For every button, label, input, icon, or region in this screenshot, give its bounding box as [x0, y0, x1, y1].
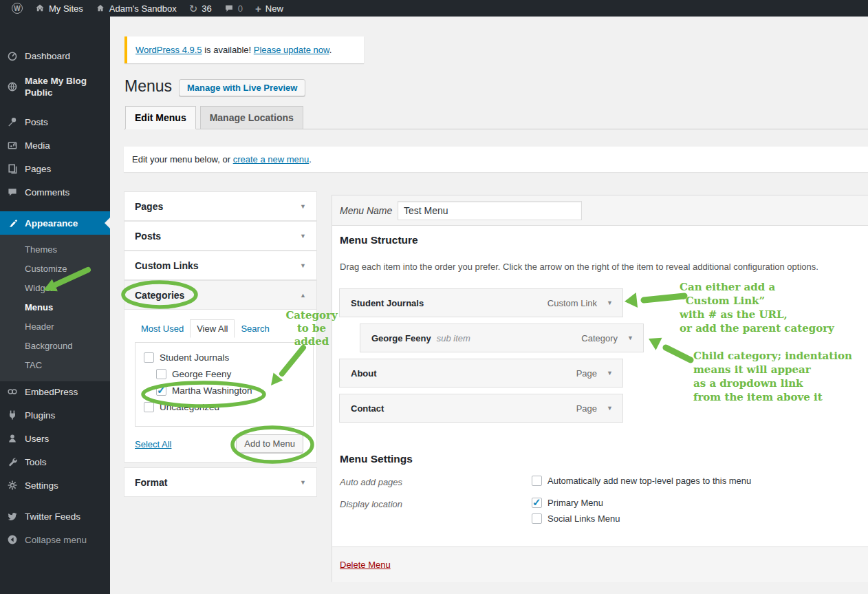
plug-icon	[7, 410, 18, 421]
submenu-item-themes[interactable]: Themes	[0, 240, 110, 259]
categories-tabs: Most Used View All Search	[135, 319, 276, 337]
sidebar-item-posts[interactable]: Posts	[0, 110, 110, 134]
sidebar-item-twitter-feeds[interactable]: Twitter Feeds	[0, 505, 110, 528]
sidebar-label: Settings	[25, 480, 58, 491]
sidebar-item-media[interactable]: Media	[0, 134, 110, 157]
chevron-down-icon[interactable]: ▼	[607, 370, 613, 376]
sidebar-item-appearance[interactable]: Appearance	[0, 211, 110, 235]
media-icon	[7, 140, 18, 151]
sidebar-label: Posts	[25, 117, 48, 127]
checkbox[interactable]	[532, 476, 542, 486]
sidebar-item-embedpress[interactable]: EmbedPress	[0, 380, 110, 403]
menu-item-type: Page	[576, 368, 597, 379]
menu-item-contact[interactable]: Contact Page ▼	[339, 394, 623, 423]
checkbox[interactable]	[144, 402, 154, 412]
sidebar-item-comments[interactable]: Comments	[0, 180, 110, 204]
wordpress-logo-menu[interactable]: W	[6, 0, 29, 17]
sidebar-item-collapse-menu[interactable]: Collapse menu	[0, 528, 110, 551]
sidebar-label: EmbedPress	[25, 387, 78, 397]
tab-view-all[interactable]: View All	[190, 319, 235, 338]
accordion-format[interactable]: Format ▼	[124, 467, 317, 497]
submenu-item-tac[interactable]: TAC	[0, 356, 110, 375]
sidebar-item-settings[interactable]: Settings	[0, 474, 110, 497]
editor-footer: Delete Menu	[332, 547, 868, 582]
active-menu-arrow	[105, 218, 110, 229]
page-title: Menus	[124, 77, 172, 96]
menu-name-input[interactable]	[398, 201, 582, 220]
menu-item-type: Page	[576, 403, 597, 414]
manage-live-preview-button[interactable]: Manage with Live Preview	[179, 79, 305, 96]
menu-name-row: Menu Name	[332, 195, 868, 226]
wordpress-version-link[interactable]: WordPress 4.9.5	[135, 45, 202, 55]
sidebar-item-pages[interactable]: Pages	[0, 157, 110, 180]
notice-text: is available!	[202, 45, 254, 55]
pushpin-icon	[7, 116, 18, 127]
updates-menu[interactable]: ↻ 36	[183, 0, 218, 17]
comments-bubble-icon	[224, 3, 234, 13]
chevron-down-icon: ▼	[300, 233, 306, 240]
menu-editor-panel: Menu Name Menu Structure Drag each item …	[332, 195, 868, 582]
paintbrush-icon	[7, 218, 18, 229]
accordion-custom-links[interactable]: Custom Links ▼	[124, 251, 317, 280]
comment-icon	[7, 187, 18, 198]
sidebar-item-tools[interactable]: Tools	[0, 450, 110, 474]
accordion-pages[interactable]: Pages ▼	[124, 191, 317, 221]
select-all-link[interactable]: Select All	[135, 439, 171, 449]
chevron-down-icon[interactable]: ▼	[607, 405, 613, 412]
current-site-menu[interactable]: Adam's Sandbox	[89, 0, 183, 17]
tab-search[interactable]: Search	[235, 320, 275, 337]
dashboard-gauge-icon	[7, 50, 18, 61]
submenu-item-widgets[interactable]: Widgets	[0, 279, 110, 298]
update-notice: WordPress 4.9.5 is available! Please upd…	[124, 36, 364, 63]
appearance-submenu: Themes Customize Widgets Menus Header Ba…	[0, 235, 110, 381]
update-icon: ↻	[189, 3, 198, 14]
checkbox[interactable]	[156, 385, 166, 396]
submenu-item-background[interactable]: Background	[0, 337, 110, 356]
my-sites-menu[interactable]: My Sites	[29, 0, 89, 17]
menu-item-student-journals[interactable]: Student Journals Custom Link ▼	[339, 288, 623, 317]
pages-icon	[7, 163, 18, 174]
checkbox[interactable]	[532, 498, 542, 508]
accordion-posts[interactable]: Posts ▼	[124, 221, 317, 251]
create-new-menu-link[interactable]: create a new menu	[233, 154, 310, 165]
submenu-item-menus[interactable]: Menus	[0, 298, 110, 317]
checkbox[interactable]	[156, 369, 166, 379]
categories-panel: Most Used View All Search Student Journa…	[124, 310, 317, 463]
submenu-item-customize[interactable]: Customize	[0, 259, 110, 279]
please-update-link[interactable]: Please update now	[254, 45, 329, 55]
category-row-uncategorized: Uncategorized	[135, 399, 313, 415]
chevron-down-icon[interactable]: ▼	[627, 335, 633, 341]
collapse-arrow-icon	[7, 534, 18, 545]
comment-count: 0	[238, 3, 243, 14]
submenu-item-header[interactable]: Header	[0, 317, 110, 337]
sidebar-item-dashboard[interactable]: Dashboard	[0, 44, 110, 67]
sidebar-label: Pages	[25, 164, 51, 174]
sidebar-label: Dashboard	[25, 51, 70, 61]
menu-item-about[interactable]: About Page ▼	[339, 359, 623, 388]
tab-edit-menus[interactable]: Edit Menus	[125, 106, 196, 129]
sidebar-item-make-my-blog-public[interactable]: Make My Blog Public	[0, 70, 110, 103]
menu-item-type: Custom Link	[547, 298, 597, 308]
sidebar-label: Twitter Feeds	[25, 511, 80, 522]
admin-sidebar: Dashboard Make My Blog Public Posts Medi…	[0, 17, 110, 594]
menu-item-type: Category	[581, 333, 618, 343]
chevron-down-icon[interactable]: ▼	[607, 299, 613, 306]
sidebar-item-plugins[interactable]: Plugins	[0, 403, 110, 427]
comments-menu[interactable]: 0	[218, 0, 249, 17]
menu-settings-heading: Menu Settings	[340, 453, 413, 465]
checkbox[interactable]	[532, 513, 542, 524]
category-row-martha-washington: Martha Washington	[135, 382, 313, 399]
tab-most-used[interactable]: Most Used	[135, 320, 190, 337]
checkbox[interactable]	[144, 352, 154, 363]
sidebar-item-users[interactable]: Users	[0, 427, 110, 450]
sub-item-note: sub item	[437, 333, 470, 343]
plus-icon: +	[255, 3, 261, 14]
menu-item-george-feeny[interactable]: George Feeny sub item Category ▼	[360, 323, 644, 352]
new-content-menu[interactable]: + New	[249, 0, 290, 17]
add-to-menu-button[interactable]: Add to Menu	[236, 434, 303, 453]
tab-manage-locations[interactable]: Manage Locations	[200, 106, 303, 129]
accordion-categories[interactable]: Categories ▲	[124, 280, 317, 310]
sidebar-label: Media	[25, 140, 50, 151]
delete-menu-link[interactable]: Delete Menu	[340, 560, 391, 570]
menu-structure-help: Drag each item into the order you prefer…	[340, 262, 818, 272]
